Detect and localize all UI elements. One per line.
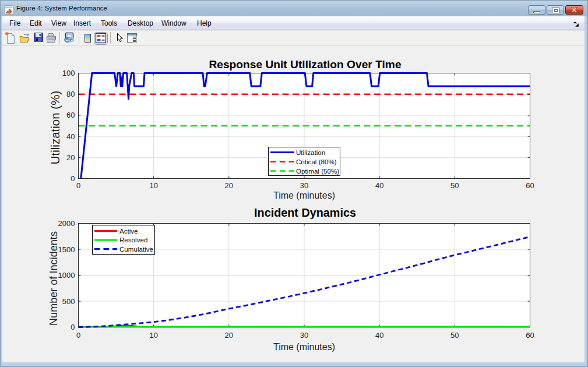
svg-text:Resolved: Resolved xyxy=(119,236,147,244)
svg-text:60: 60 xyxy=(526,181,534,190)
svg-text:Critical (80%): Critical (80%) xyxy=(296,158,337,165)
svg-text:1000: 1000 xyxy=(58,271,75,280)
svg-text:10: 10 xyxy=(149,181,157,190)
svg-text:Utilization: Utilization xyxy=(296,149,325,156)
svg-text:Number of Incidents: Number of Incidents xyxy=(48,231,59,326)
svg-text:40: 40 xyxy=(375,181,383,190)
svg-text:30: 30 xyxy=(300,181,308,190)
svg-text:0: 0 xyxy=(71,323,75,331)
svg-text:500: 500 xyxy=(62,297,75,306)
svg-text:60: 60 xyxy=(526,331,534,340)
svg-text:2000: 2000 xyxy=(58,219,75,228)
svg-text:20: 20 xyxy=(225,181,233,190)
svg-text:20: 20 xyxy=(66,153,75,162)
svg-text:100: 100 xyxy=(62,69,75,77)
svg-text:Active: Active xyxy=(119,227,138,235)
svg-text:0: 0 xyxy=(76,181,80,190)
svg-text:50: 50 xyxy=(450,331,459,340)
svg-text:10: 10 xyxy=(149,331,157,340)
svg-text:50: 50 xyxy=(450,181,459,190)
svg-text:Time (minutes): Time (minutes) xyxy=(273,190,335,200)
svg-text:40: 40 xyxy=(375,331,383,340)
svg-text:Response Unit Utilization Over: Response Unit Utilization Over Time xyxy=(209,58,401,70)
svg-text:40: 40 xyxy=(66,132,75,141)
svg-text:Cumulative: Cumulative xyxy=(119,245,153,253)
svg-text:30: 30 xyxy=(300,331,308,340)
svg-text:0: 0 xyxy=(76,331,80,340)
svg-text:Optimal (50%): Optimal (50%) xyxy=(296,167,339,175)
svg-text:60: 60 xyxy=(66,111,75,119)
svg-text:20: 20 xyxy=(225,331,233,340)
svg-text:80: 80 xyxy=(66,90,75,98)
svg-text:Time (minutes): Time (minutes) xyxy=(273,342,335,352)
svg-text:Utilization (%): Utilization (%) xyxy=(48,91,62,164)
svg-text:Incident Dynamics: Incident Dynamics xyxy=(254,206,356,219)
svg-text:0: 0 xyxy=(71,174,75,183)
svg-text:1500: 1500 xyxy=(58,245,75,254)
